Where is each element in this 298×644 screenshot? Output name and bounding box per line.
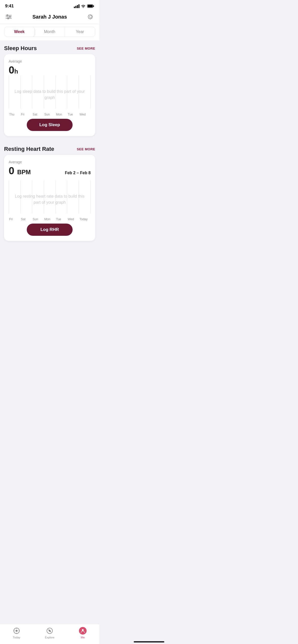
sleep-label-1: Fri <box>20 113 32 116</box>
rhr-label-6: Today <box>79 217 91 221</box>
gear-icon <box>87 13 94 20</box>
wifi-icon <box>81 4 86 8</box>
rhr-chart-labels: Fri Sat Sun Mon Tue Wed Today <box>9 217 91 221</box>
rhr-chart: Log resting heart rate data to build thi… <box>9 180 91 221</box>
sleep-chart-labels: Thu Fri Sat Sun Mon Tue Wed <box>9 113 91 116</box>
rhr-label-5: Wed <box>67 217 79 221</box>
status-bar: 9:41 <box>0 0 99 11</box>
tab-year[interactable]: Year <box>65 27 95 37</box>
filter-icon <box>5 13 12 20</box>
rhr-label-3: Mon <box>44 217 56 221</box>
sleep-avg-value: 0h <box>9 64 91 76</box>
filter-button[interactable] <box>5 13 12 20</box>
log-rhr-button[interactable]: Log RHR <box>27 224 73 236</box>
rhr-label-2: Sun <box>32 217 44 221</box>
rhr-label-4: Tue <box>56 217 67 221</box>
settings-button[interactable] <box>87 13 94 20</box>
sleep-chart: Log sleep data to build this part of you… <box>9 76 91 116</box>
sleep-label-3: Sun <box>44 113 56 116</box>
rhr-label-0: Fri <box>9 217 20 221</box>
sleep-card: Average 0h Log sleep data to build this … <box>4 54 95 136</box>
log-sleep-button[interactable]: Log Sleep <box>27 119 73 131</box>
status-time: 9:41 <box>5 4 14 9</box>
tab-month[interactable]: Month <box>35 27 65 37</box>
sleep-label-5: Tue <box>67 113 79 116</box>
sleep-avg-label: Average <box>9 59 91 63</box>
rhr-avg-value: 0 BPM <box>9 165 31 176</box>
svg-rect-1 <box>93 5 94 7</box>
main-content: Sleep Hours SEE MORE Average 0h Log slee… <box>0 40 99 271</box>
sleep-label-4: Mon <box>56 113 67 116</box>
rhr-date-range: Feb 2 – Feb 8 <box>65 171 91 176</box>
sleep-label-0: Thu <box>9 113 20 116</box>
rhr-section-title: Resting Heart Rate <box>4 146 54 152</box>
sleep-section-title: Sleep Hours <box>4 45 37 52</box>
status-icons <box>74 4 94 8</box>
sleep-label-2: Sat <box>32 113 44 116</box>
svg-rect-2 <box>88 5 93 7</box>
sleep-see-more[interactable]: SEE MORE <box>77 47 95 50</box>
rhr-label-1: Sat <box>20 217 32 221</box>
rhr-section-header: Resting Heart Rate SEE MORE <box>4 141 95 155</box>
signal-icon <box>74 4 79 8</box>
sleep-empty-message: Log sleep data to build this part of you… <box>14 89 85 101</box>
rhr-avg-label: Average <box>9 160 31 164</box>
header-title: Sarah J Jonas <box>32 14 67 20</box>
rhr-card: Average 0 BPM Feb 2 – Feb 8 Log <box>4 155 95 241</box>
sleep-section-header: Sleep Hours SEE MORE <box>4 40 95 54</box>
battery-icon <box>87 4 94 8</box>
app-header: Sarah J Jonas <box>0 11 99 24</box>
tab-group: Week Month Year <box>4 27 95 37</box>
sleep-label-6: Wed <box>79 113 91 116</box>
tab-selector: Week Month Year <box>0 24 99 40</box>
tab-week[interactable]: Week <box>4 27 35 37</box>
rhr-empty-message: Log resting heart rate data to build thi… <box>14 193 85 206</box>
rhr-see-more[interactable]: SEE MORE <box>77 147 95 151</box>
